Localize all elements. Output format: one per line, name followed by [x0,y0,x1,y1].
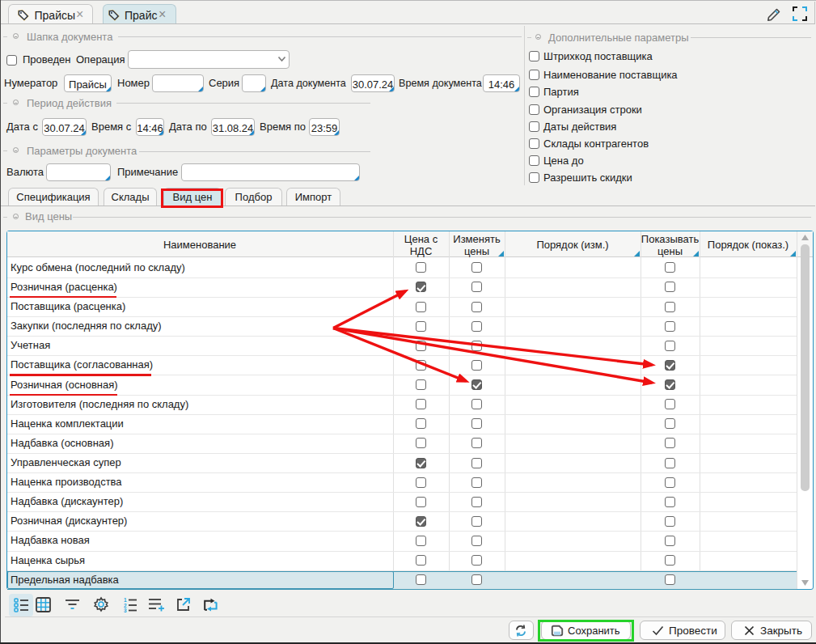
svg-text:3: 3 [124,608,127,612]
